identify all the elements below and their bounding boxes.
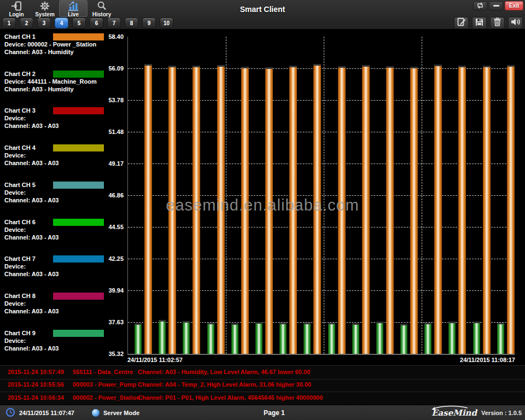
y-tick-label: 35.32 xyxy=(98,350,124,358)
channel-color-swatch xyxy=(53,144,104,151)
volume-button[interactable] xyxy=(508,17,523,29)
channel-channel: Channel: A03 - A03 xyxy=(4,122,105,130)
bar-chart-plot[interactable] xyxy=(127,37,515,355)
alarm-message: Channel: A03 - Humidity, Low Level Alarm… xyxy=(138,369,310,375)
channel-color-swatch xyxy=(53,33,104,40)
alarm-device: 555111 - Data_Centre xyxy=(73,369,133,375)
y-axis-labels: 58.4056.0953.7851.4849.1746.8644.5542.25… xyxy=(98,30,125,365)
h-gridline xyxy=(128,227,515,228)
main-area: Chart CH 1Device: 000002 - Power _Statio… xyxy=(0,30,525,365)
tab-1[interactable]: 1 xyxy=(2,18,16,28)
orange-bar xyxy=(362,65,370,354)
y-tick-label: 46.86 xyxy=(98,191,124,199)
channel-color-swatch xyxy=(53,182,104,189)
channel-device: Device: xyxy=(4,226,105,234)
tab-5[interactable]: 5 xyxy=(72,18,86,28)
tab-9[interactable]: 9 xyxy=(142,18,156,28)
alarm-list: 2015-11-24 10:57:49555111 - Data_CentreC… xyxy=(0,365,525,405)
orange-bar xyxy=(241,67,249,354)
h-gridline xyxy=(128,195,515,196)
window-controls: Exit xyxy=(473,1,523,10)
nav-item-system[interactable]: System xyxy=(31,0,59,17)
green-bar xyxy=(352,323,359,354)
alarm-row[interactable]: 2015-11-24 10:57:49555111 - Data_CentreC… xyxy=(0,365,525,380)
alarm-device: 000003 - Power_Pump xyxy=(73,381,136,388)
channel-device: Device: xyxy=(4,114,105,122)
tab-10[interactable]: 10 xyxy=(160,18,173,28)
channel-entry[interactable]: Chart CH 9Device:Channel: A03 - A03 xyxy=(4,329,105,354)
green-bar xyxy=(304,323,311,354)
channel-entry[interactable]: Chart CH 8Device:Channel: A03 - A03 xyxy=(4,292,105,317)
orange-bar xyxy=(507,65,515,354)
orange-bar xyxy=(192,66,200,354)
header-bar: LoginSystemLiveHistory Smart Client Exit… xyxy=(0,0,525,30)
green-bar xyxy=(135,323,142,354)
alarm-time: 2015-11-24 10:55:56 xyxy=(8,381,64,388)
tab-3[interactable]: 3 xyxy=(37,18,51,28)
nav-item-label: Live xyxy=(68,11,79,18)
green-bar xyxy=(231,323,238,354)
orange-bar xyxy=(410,67,418,354)
history-icon xyxy=(96,1,107,11)
tab-6[interactable]: 6 xyxy=(90,18,103,28)
channel-entry[interactable]: Chart CH 2Device: 444111 - Machine_RoomC… xyxy=(4,70,105,95)
orange-bar xyxy=(458,66,466,354)
green-bar xyxy=(183,321,190,354)
channel-channel: Channel: A03 - A03 xyxy=(4,307,105,315)
channel-entry[interactable]: Chart CH 3Device:Channel: A03 - A03 xyxy=(4,107,105,132)
channel-entry[interactable]: Chart CH 5Device:Channel: A03 - A03 xyxy=(4,181,105,206)
delete-button[interactable] xyxy=(490,17,505,29)
channel-channel: Channel: A03 - A03 xyxy=(4,234,105,241)
channel-channel: Channel: A03 - A03 xyxy=(4,159,105,167)
orange-bar xyxy=(483,66,491,354)
y-tick-label: 58.40 xyxy=(98,33,124,40)
brand-logo: EaseMind xyxy=(431,405,477,420)
tab-7[interactable]: 7 xyxy=(107,18,121,28)
nav-item-history[interactable]: History xyxy=(88,0,116,17)
page-indicator: Page 1 xyxy=(264,405,285,420)
channel-device: Device: xyxy=(4,300,105,307)
tab-4[interactable]: 4 xyxy=(55,18,68,28)
x-axis-end-label: 24/11/2015 11:08:17 xyxy=(460,357,515,363)
channel-entry[interactable]: Chart CH 1Device: 000002 - Power _Statio… xyxy=(4,33,105,58)
y-tick-label: 51.48 xyxy=(98,128,124,136)
system-icon xyxy=(39,1,50,11)
channel-sidebar: Chart CH 1Device: 000002 - Power _Statio… xyxy=(0,30,105,365)
orange-bar xyxy=(168,66,176,354)
tab-2[interactable]: 2 xyxy=(20,18,33,28)
orange-bar xyxy=(313,64,321,354)
green-bar xyxy=(159,320,166,354)
speaker-icon xyxy=(511,18,521,28)
channel-color-swatch xyxy=(53,330,104,337)
edit-icon xyxy=(457,18,466,28)
version-label: Version : 1.0.5 xyxy=(481,405,522,420)
exit-button[interactable]: Exit xyxy=(505,1,523,10)
alarm-row[interactable]: 2015-11-24 10:55:56000003 - Power_PumpCh… xyxy=(0,378,525,392)
y-tick-label: 53.78 xyxy=(98,96,124,104)
alarm-time: 2015-11-24 10:57:49 xyxy=(8,369,64,375)
v-gridline xyxy=(324,37,324,354)
save-button[interactable] xyxy=(472,17,487,29)
channel-entry[interactable]: Chart CH 7Device:Channel: A03 - A03 xyxy=(4,255,105,280)
save-icon xyxy=(475,18,483,28)
channel-entry[interactable]: Chart CH 4Device:Channel: A03 - A03 xyxy=(4,144,105,169)
v-gridline xyxy=(422,37,422,354)
status-time-item: 24/11/2015 11:07:47 xyxy=(5,405,74,420)
nav-item-label: System xyxy=(35,11,55,18)
channel-entry[interactable]: Chart CH 6Device:Channel: A03 - A03 xyxy=(4,218,105,243)
status-timestamp: 24/11/2015 11:07:47 xyxy=(19,410,74,416)
h-gridline xyxy=(128,68,515,69)
edit-button[interactable] xyxy=(454,17,469,29)
switch-window-button[interactable] xyxy=(473,1,487,10)
h-gridline xyxy=(128,100,515,101)
minimize-button[interactable] xyxy=(489,1,503,10)
v-gridline xyxy=(226,37,226,354)
tab-8[interactable]: 8 xyxy=(125,18,138,28)
channel-channel: Channel: A03 - A03 xyxy=(4,196,105,204)
nav-item-login[interactable]: Login xyxy=(2,0,31,17)
nav-item-label: History xyxy=(92,11,111,18)
green-bar xyxy=(207,323,214,354)
h-gridline xyxy=(128,259,515,259)
green-bar xyxy=(255,322,262,354)
nav-item-live[interactable]: Live xyxy=(59,0,88,17)
